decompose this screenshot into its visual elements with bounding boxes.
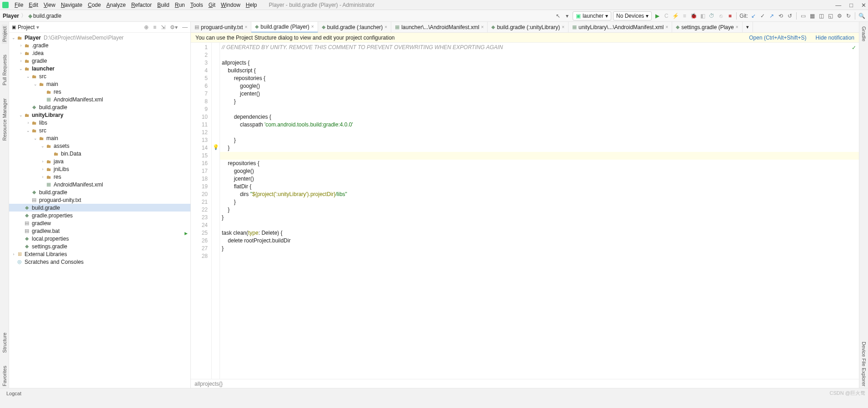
debug-icon[interactable]: 🐞 (690, 12, 697, 20)
editor-tab[interactable]: ▦unityLibrary\...\AndroidManifest.xml× (569, 22, 672, 33)
tree-item[interactable]: ◆settings.gradle (9, 242, 190, 250)
tree-item[interactable]: ⌄🖿assets (9, 142, 190, 150)
tree-item[interactable]: ⌄🖿unityLibrary (9, 111, 190, 119)
git-history-icon[interactable]: ⟲ (777, 12, 784, 20)
tab-close-icon[interactable]: × (736, 25, 738, 30)
settings-gear-icon[interactable]: ⚙▾ (170, 24, 178, 30)
back-icon[interactable]: ↖ (554, 12, 562, 20)
tree-item[interactable]: ⌄🖿main (9, 80, 190, 88)
project-tree[interactable]: ⌄🖿Player D:\GitProject\WwiseDemo\Player›… (9, 33, 190, 388)
avd-icon[interactable]: ▭ (799, 12, 807, 20)
expand-all-icon[interactable]: ≡ (153, 24, 156, 30)
gradle-tool-tab[interactable]: Gradle (861, 25, 867, 43)
run-config-combo[interactable]: ▣launcher▾ (573, 11, 611, 20)
collapse-all-icon[interactable]: ⇲ (161, 24, 165, 30)
menu-help[interactable]: Help (243, 1, 260, 9)
tree-item[interactable]: ◆build.gradle (9, 188, 190, 196)
tree-item[interactable]: ▦AndroidManifest.xml (9, 181, 190, 188)
tree-item[interactable]: ▤gradlew.bat (9, 227, 190, 235)
fold-gutter[interactable]: 💡 (212, 43, 220, 379)
tree-item[interactable]: ⌄🖿src (9, 126, 190, 134)
editor-tab[interactable]: ▦launcher\...\AndroidManifest.xml× (391, 22, 488, 33)
tree-item[interactable]: ▤gradlew (9, 219, 190, 227)
editor-tab[interactable]: ◆build.gradle (Player)× (251, 22, 318, 33)
attach-icon[interactable]: ⎋ (717, 12, 724, 20)
git-revert-icon[interactable]: ↺ (786, 12, 793, 20)
menu-run[interactable]: Run (172, 1, 188, 9)
tabs-overflow-icon[interactable]: ▾ (743, 22, 753, 33)
app-inspect-icon[interactable]: ⚙ (836, 12, 843, 20)
menu-window[interactable]: Window (218, 1, 243, 9)
close-icon[interactable]: ✕ (861, 2, 866, 9)
tab-close-icon[interactable]: × (311, 24, 314, 29)
tree-item[interactable]: ›🖿.idea (9, 49, 190, 57)
menu-git[interactable]: Git (206, 1, 218, 9)
run-gutter-icon[interactable]: ▶ (185, 230, 188, 237)
tab-close-icon[interactable]: × (665, 25, 668, 30)
tree-item[interactable]: ◆local.properties (9, 235, 190, 242)
pull-requests-tool-tab[interactable]: Pull Requests (2, 53, 7, 87)
menu-tools[interactable]: Tools (188, 1, 206, 9)
sdk-icon[interactable]: ▦ (808, 12, 816, 20)
menu-build[interactable]: Build (155, 1, 172, 9)
maximize-icon[interactable]: □ (849, 2, 853, 9)
structure-tool-tab[interactable]: Structure (2, 331, 7, 355)
debug-c-icon[interactable]: C (663, 12, 670, 20)
intention-bulb-icon[interactable]: 💡 (213, 144, 219, 150)
apply-changes-icon[interactable]: ⚡ (672, 12, 679, 20)
editor-tab[interactable]: ◆build.gradle (:launcher)× (318, 22, 392, 33)
inspection-ok-icon[interactable]: ✓ (852, 45, 856, 51)
select-opened-icon[interactable]: ⊕ (144, 24, 149, 30)
tree-item[interactable]: ⌄🖿main (9, 134, 190, 142)
tree-item[interactable]: ›🖿java (9, 157, 190, 165)
favorites-tool-tab[interactable]: Favorites (2, 364, 7, 388)
layout-validation-icon[interactable]: ◱ (827, 12, 834, 20)
menu-navigate[interactable]: Navigate (58, 1, 85, 9)
tree-item[interactable]: ▤proguard-unity.txt (9, 196, 190, 204)
tab-close-icon[interactable]: × (245, 25, 248, 30)
editor-tab[interactable]: ◆build.gradle (:unityLibrary)× (488, 22, 569, 33)
notice-open-link[interactable]: Open (Ctrl+Alt+Shift+S) (749, 35, 806, 41)
tab-close-icon[interactable]: × (562, 25, 564, 30)
tree-item[interactable]: ›🖿libs (9, 119, 190, 126)
hide-panel-icon[interactable]: — (182, 24, 188, 30)
minimize-icon[interactable]: — (835, 2, 841, 9)
project-view-combo[interactable]: ▣Project▾ (12, 24, 39, 30)
tree-item[interactable]: ›⊞External Libraries (9, 250, 190, 258)
tree-item[interactable]: ⌄🖿Player D:\GitProject\WwiseDemo\Player (9, 34, 190, 41)
menu-edit[interactable]: Edit (26, 1, 41, 9)
logcat-tool-tab[interactable]: Logcat (3, 388, 25, 399)
resource-mgr-icon[interactable]: ◫ (818, 12, 825, 20)
tree-item[interactable]: ▦AndroidManifest.xml (9, 96, 190, 103)
tab-close-icon[interactable]: × (481, 25, 484, 30)
menu-refactor[interactable]: Refactor (129, 1, 155, 9)
profile-icon[interactable]: ⏱ (708, 12, 715, 20)
menu-view[interactable]: View (41, 1, 58, 9)
project-tool-tab[interactable]: Project (2, 25, 7, 44)
menu-analyze[interactable]: Analyze (104, 1, 129, 9)
resource-manager-tool-tab[interactable]: Resource Manager (2, 96, 7, 143)
git-update-icon[interactable]: ↙ (750, 12, 757, 20)
tree-item[interactable]: ◆gradle.properties (9, 212, 190, 219)
tree-item[interactable]: ›🖿.gradle (9, 41, 190, 49)
sync-icon[interactable]: ↻ (845, 12, 852, 20)
tree-item[interactable]: ◆build.gradle (9, 204, 190, 212)
tree-item[interactable]: ⌄🖿launcher (9, 65, 190, 72)
search-icon[interactable]: 🔍 (858, 12, 865, 20)
menu-code[interactable]: Code (85, 1, 104, 9)
tree-item[interactable]: ›🖿jniLibs (9, 165, 190, 173)
menu-file[interactable]: File (12, 1, 26, 9)
stop-icon[interactable]: ■ (726, 12, 733, 20)
editor-tab[interactable]: ◆settings.gradle (Playe× (672, 22, 742, 33)
dropdown-icon[interactable]: ▾ (564, 12, 571, 20)
tree-item[interactable]: ◎Scratches and Consoles (9, 258, 190, 266)
device-combo[interactable]: No Devices▾ (613, 11, 652, 20)
tree-item[interactable]: 🖿bin.Data (9, 150, 190, 157)
tree-item[interactable]: 🖿res (9, 88, 190, 96)
coverage-icon[interactable]: ◧ (699, 12, 706, 20)
breadcrumb-root[interactable]: Player (3, 13, 19, 19)
code-editor[interactable]: 1234567891011121314151617181920212223242… (191, 43, 859, 379)
git-push-icon[interactable]: ↗ (768, 12, 775, 20)
device-explorer-tool-tab[interactable]: Device File Explorer (861, 340, 867, 388)
tree-item[interactable]: ›🖿gradle (9, 57, 190, 65)
